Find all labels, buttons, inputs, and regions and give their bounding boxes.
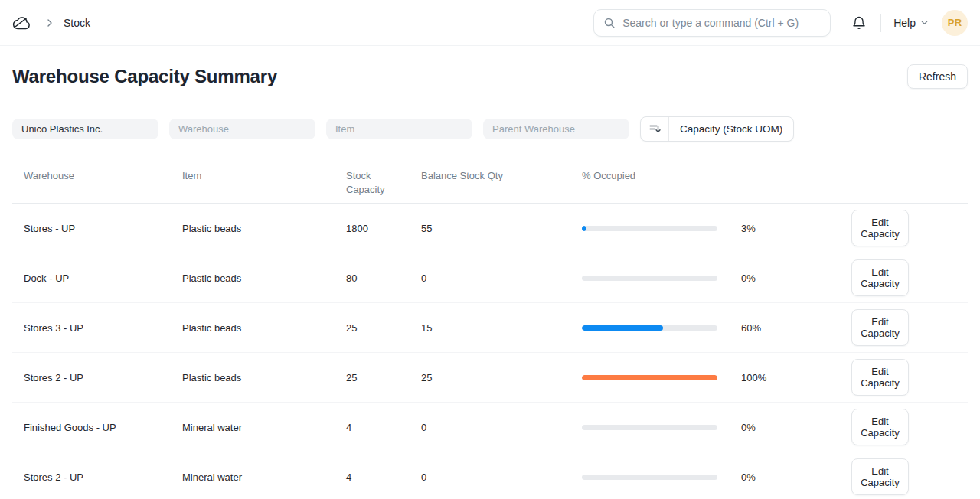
company-filter-input[interactable] [12, 119, 158, 139]
column-header-item: Item [182, 150, 346, 203]
table-row: Dock - UP Plastic beads 80 0 0% Edit Cap… [12, 253, 968, 303]
navbar-right: Help PR [593, 9, 968, 37]
cell-stock-capacity: 4 [346, 422, 421, 433]
cell-occupancy-bar [582, 276, 741, 281]
cell-actions: Edit Capacity [821, 210, 968, 246]
table-row: Finished Goods - UP Mineral water 4 0 0%… [12, 403, 968, 452]
cell-actions: Edit Capacity [821, 259, 968, 296]
progress-track [582, 276, 717, 281]
warehouse-capacity-table: Warehouse Item Stock Capacity Balance St… [12, 150, 968, 499]
progress-track [582, 375, 717, 380]
search-icon [603, 17, 616, 29]
cell-actions: Edit Capacity [821, 359, 968, 396]
cell-occupancy-bar [582, 375, 741, 380]
edit-capacity-button[interactable]: Edit Capacity [851, 409, 909, 445]
cell-item: Plastic beads [182, 372, 346, 383]
cell-balance-qty: 0 [421, 471, 582, 483]
cell-actions: Edit Capacity [821, 309, 968, 346]
help-label: Help [893, 17, 916, 29]
progress-track [582, 226, 717, 231]
progress-track [582, 475, 717, 480]
cell-percent-label: 60% [741, 322, 821, 334]
cell-occupancy-bar [582, 325, 741, 331]
column-header-stock-capacity: Stock Capacity [346, 150, 421, 203]
sort-descending-icon [648, 122, 662, 135]
sort-direction-button[interactable] [641, 117, 669, 141]
edit-capacity-button[interactable]: Edit Capacity [851, 259, 909, 296]
filter-bar: Capacity (Stock UOM) [0, 107, 980, 150]
edit-capacity-button[interactable]: Edit Capacity [851, 458, 909, 495]
chevron-right-icon [44, 17, 56, 29]
cell-actions: Edit Capacity [821, 409, 968, 445]
progress-fill [582, 226, 586, 231]
column-header-percent-occupied: % Occupied [582, 150, 741, 203]
cell-stock-capacity: 80 [346, 272, 421, 284]
cell-actions: Edit Capacity [821, 458, 968, 495]
navbar-divider [880, 14, 881, 32]
column-header-balance-stock-qty: Balance Stock Qty [421, 150, 582, 203]
parent-warehouse-filter-input[interactable] [483, 119, 629, 139]
warehouse-filter-input[interactable] [169, 119, 315, 139]
progress-track [582, 425, 717, 430]
cell-percent-label: 0% [741, 422, 821, 433]
cell-balance-qty: 25 [421, 372, 582, 383]
edit-capacity-button[interactable]: Edit Capacity [851, 359, 909, 396]
sort-by-button[interactable]: Capacity (Stock UOM) [669, 117, 793, 141]
cell-warehouse: Stores 3 - UP [24, 322, 182, 334]
cell-item: Mineral water [182, 422, 346, 433]
cell-item: Plastic beads [182, 223, 346, 234]
page-title: Warehouse Capacity Summary [12, 66, 277, 87]
edit-capacity-button[interactable]: Edit Capacity [851, 210, 909, 246]
user-avatar[interactable]: PR [942, 10, 968, 36]
cell-warehouse: Dock - UP [24, 272, 182, 284]
cell-stock-capacity: 4 [346, 471, 421, 483]
progress-fill [582, 325, 663, 331]
edit-capacity-button[interactable]: Edit Capacity [851, 309, 909, 346]
cell-warehouse: Stores 2 - UP [24, 471, 182, 483]
cell-warehouse: Stores 2 - UP [24, 372, 182, 383]
cell-balance-qty: 0 [421, 272, 582, 284]
table-header-row: Warehouse Item Stock Capacity Balance St… [12, 150, 968, 204]
cell-balance-qty: 55 [421, 223, 582, 234]
cell-balance-qty: 0 [421, 422, 582, 433]
chevron-down-icon [920, 18, 929, 27]
item-filter-input[interactable] [326, 119, 472, 139]
cell-occupancy-bar [582, 425, 741, 430]
sort-control: Capacity (Stock UOM) [640, 116, 794, 142]
cell-stock-capacity: 25 [346, 322, 421, 334]
breadcrumb-stock[interactable]: Stock [64, 17, 90, 29]
cell-stock-capacity: 1800 [346, 223, 421, 234]
notifications-bell-icon[interactable] [851, 15, 867, 31]
cell-balance-qty: 15 [421, 322, 582, 334]
global-search[interactable] [593, 9, 831, 37]
app-logo[interactable] [12, 15, 33, 31]
table-row: Stores 3 - UP Plastic beads 25 15 60% Ed… [12, 303, 968, 353]
table-body: Stores - UP Plastic beads 1800 55 3% Edi… [12, 204, 968, 499]
cell-occupancy-bar [582, 226, 741, 231]
search-input[interactable] [622, 17, 821, 29]
table-row: Stores - UP Plastic beads 1800 55 3% Edi… [12, 204, 968, 253]
cell-item: Mineral water [182, 471, 346, 483]
cloud-slash-logo-icon [12, 15, 33, 31]
progress-fill [582, 375, 717, 380]
page-head: Warehouse Capacity Summary Refresh [0, 46, 980, 107]
cell-percent-label: 3% [741, 223, 821, 234]
progress-track [582, 325, 717, 331]
cell-item: Plastic beads [182, 322, 346, 334]
table-row: Stores 2 - UP Plastic beads 25 25 100% E… [12, 353, 968, 403]
cell-item: Plastic beads [182, 272, 346, 284]
cell-occupancy-bar [582, 475, 741, 480]
cell-percent-label: 0% [741, 272, 821, 284]
cell-percent-label: 100% [741, 372, 821, 383]
column-header-warehouse: Warehouse [24, 150, 182, 203]
cell-warehouse: Finished Goods - UP [24, 422, 182, 433]
table-row: Stores 2 - UP Mineral water 4 0 0% Edit … [12, 452, 968, 499]
cell-stock-capacity: 25 [346, 372, 421, 383]
navbar: Stock Help PR [0, 0, 980, 46]
help-menu[interactable]: Help [893, 17, 929, 29]
cell-warehouse: Stores - UP [24, 223, 182, 234]
refresh-button[interactable]: Refresh [907, 64, 968, 89]
cell-percent-label: 0% [741, 471, 821, 483]
